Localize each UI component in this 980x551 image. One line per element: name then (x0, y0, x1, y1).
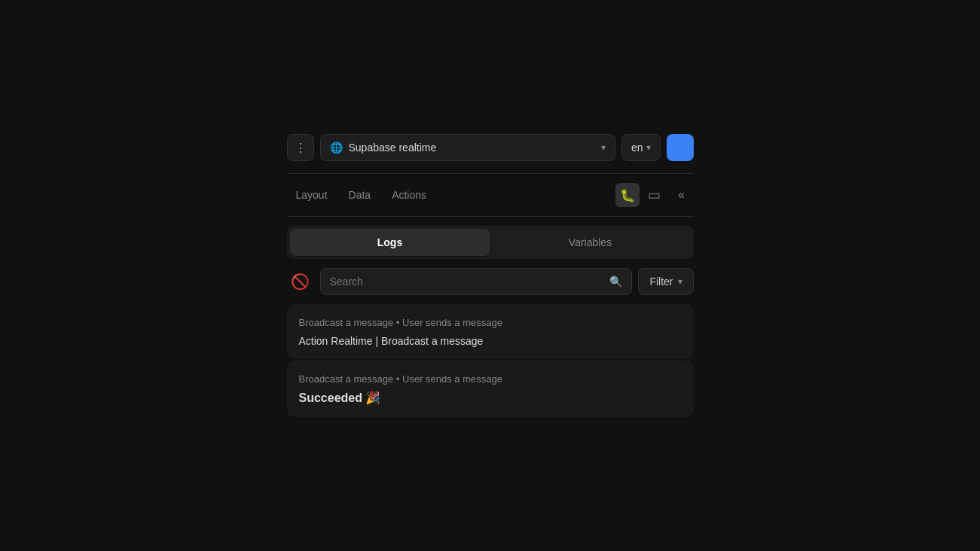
action-button[interactable] (667, 134, 694, 161)
log-trigger: Broadcast a message • User sends a messa… (299, 373, 682, 386)
tab-layout[interactable]: Layout (287, 184, 337, 205)
tab-actions[interactable]: Actions (383, 184, 435, 205)
log-success-status: Succeeded 🎉 (299, 391, 682, 405)
bug-icon: 🐛 (620, 188, 635, 202)
bug-icon-button[interactable]: 🐛 (615, 183, 640, 207)
more-button[interactable]: ⋮ (287, 134, 314, 161)
block-button[interactable]: 🚫 (287, 268, 314, 295)
log-item[interactable]: Broadcast a message • User sends a messa… (287, 304, 694, 358)
tab-data[interactable]: Data (340, 184, 380, 205)
globe-icon: 🌐 (330, 142, 343, 154)
tab-variables[interactable]: Variables (490, 229, 691, 256)
log-action: Action Realtime | Broadcast a message (299, 335, 682, 347)
nav-tabs: Layout Data Actions 🐛 ▭ « (287, 174, 694, 216)
filter-label: Filter (649, 276, 673, 288)
search-input-wrap: 🔍 (320, 268, 633, 295)
log-item[interactable]: Broadcast a message • User sends a messa… (287, 361, 694, 417)
lang-chevron-icon: ▾ (646, 142, 651, 153)
collapse-icon-button[interactable]: « (670, 183, 694, 207)
filter-button[interactable]: Filter ▾ (638, 268, 693, 295)
nav-divider (287, 216, 694, 217)
panel-icon-button[interactable]: ▭ (643, 183, 667, 207)
block-icon: 🚫 (291, 272, 310, 291)
filter-chevron-icon: ▾ (678, 276, 682, 287)
project-selector[interactable]: 🌐 Supabase realtime ▾ (320, 134, 615, 161)
toggle-tabs: Logs Variables (287, 226, 694, 259)
search-bar: 🚫 🔍 Filter ▾ (287, 268, 694, 295)
search-input[interactable] (330, 276, 604, 288)
lang-label: en (631, 142, 643, 154)
nav-icons: 🐛 ▭ « (615, 183, 694, 207)
project-name: Supabase realtime (349, 142, 437, 154)
tab-logs[interactable]: Logs (290, 229, 490, 256)
panel-icon: ▭ (648, 187, 661, 203)
chevron-down-icon: ▾ (601, 142, 606, 153)
log-list: Broadcast a message • User sends a messa… (287, 304, 694, 416)
collapse-icon: « (678, 188, 685, 202)
search-icon: 🔍 (609, 276, 622, 288)
lang-selector[interactable]: en ▾ (621, 134, 661, 161)
more-icon: ⋮ (295, 141, 307, 155)
log-trigger: Broadcast a message • User sends a messa… (299, 316, 682, 330)
top-bar: ⋮ 🌐 Supabase realtime ▾ en ▾ (287, 134, 694, 173)
